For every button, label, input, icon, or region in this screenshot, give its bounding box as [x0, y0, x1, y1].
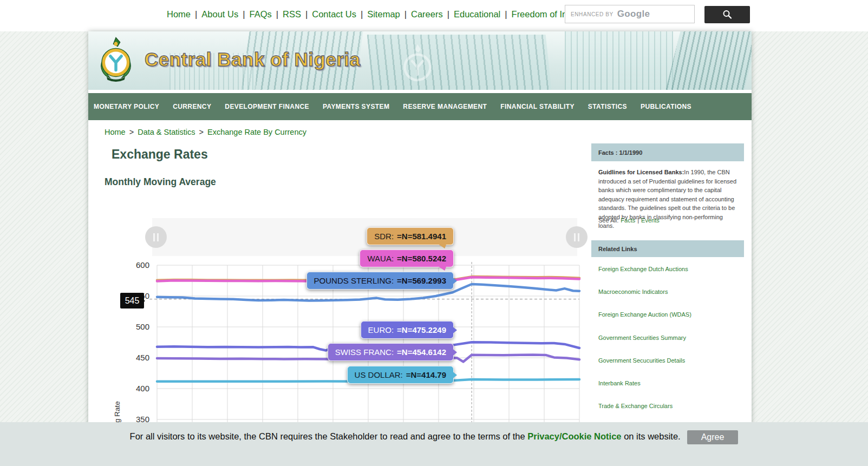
- tooltip-sdr-label: SDR:: [374, 232, 394, 241]
- search-placeholder-enhanced: ENHANCED BY: [571, 11, 614, 17]
- top-nav-separator: |: [195, 9, 197, 19]
- related-link[interactable]: Government Secucurities Details: [598, 357, 685, 364]
- top-nav-item: Home |: [167, 9, 197, 19]
- top-nav-separator: |: [243, 9, 245, 19]
- tooltip-sdr: SDR: =N=581.4941: [367, 227, 454, 245]
- facts-header: Facts : 1/1/1990: [591, 143, 744, 161]
- tooltip-swiss-value: =N=454.6142: [397, 347, 446, 357]
- see-all-link-item: Events |: [641, 217, 660, 224]
- see-all-link[interactable]: Facts: [621, 217, 635, 224]
- navigator-left-handle[interactable]: [145, 226, 167, 248]
- top-nav-link[interactable]: RSS: [283, 9, 301, 19]
- main-nav-item[interactable]: MONETARY POLICY: [94, 103, 159, 110]
- top-nav-separator: |: [276, 9, 278, 19]
- main-nav-item[interactable]: STATISTICS: [588, 103, 627, 110]
- main-nav-item[interactable]: CURRENCY: [173, 103, 211, 110]
- tooltip-usdollar-value: =N=414.79: [406, 370, 446, 379]
- related-link-item: Foreign Exchange Dutch Auctions: [598, 264, 691, 273]
- top-nav: Home | About Us | FAQs | RSS |: [167, 9, 604, 19]
- top-nav-item: RSS |: [283, 9, 308, 19]
- top-nav-separator: |: [447, 9, 449, 19]
- top-nav-link[interactable]: Home: [167, 9, 191, 19]
- breadcrumb-separator: >: [199, 128, 204, 136]
- tooltip-waua-label: WAUA:: [367, 254, 394, 263]
- banner-building-block: [565, 31, 673, 90]
- related-link[interactable]: Interbank Rates: [598, 380, 641, 386]
- tooltip-euro-label: EURO:: [368, 325, 394, 334]
- related-link-item: Government Secucurities Details: [598, 355, 691, 365]
- cbn-watermark-logo: [397, 41, 438, 88]
- tooltip-sdr-value: =N=581.4941: [397, 232, 446, 241]
- y-axis-crosshair-label: 545: [120, 293, 144, 309]
- top-nav-item: About Us |: [201, 9, 245, 19]
- related-links-header: Related Links: [591, 240, 744, 257]
- main-nav-item[interactable]: FINANCIAL STABILITY: [500, 103, 574, 110]
- cookie-text-after: on its website.: [622, 431, 681, 441]
- top-nav-link[interactable]: Careers: [411, 9, 443, 19]
- breadcrumb-item: Data & Statistics >: [138, 128, 204, 136]
- tooltip-pounds-sterling: POUNDS STERLING: =N=569.2993: [306, 272, 454, 290]
- top-utility-bar: Home | About Us | FAQs | RSS |: [0, 0, 868, 31]
- main-nav-item[interactable]: DEVELOPMENT FINANCE: [225, 103, 309, 110]
- breadcrumb: Home > Data & Statistics > Exchange Rate…: [105, 128, 306, 136]
- cookie-consent-bar: For all visitors to its website, the CBN…: [0, 422, 868, 466]
- top-nav-separator: |: [505, 9, 507, 19]
- banner-building-block: [367, 35, 552, 90]
- search-button[interactable]: [704, 6, 750, 23]
- main-nav-item[interactable]: PUBLICATIONS: [641, 103, 691, 110]
- related-link[interactable]: Foreign Exchange Dutch Auctions: [598, 266, 688, 272]
- top-nav-item: Educational |: [454, 9, 507, 19]
- related-link-item: Trade & Exchange Circulars: [598, 401, 691, 410]
- top-nav-link[interactable]: About Us: [201, 9, 238, 19]
- google-logo: Google: [617, 9, 650, 19]
- related-link[interactable]: Trade & Exchange Circulars: [598, 403, 673, 409]
- see-all-link-item: Facts |: [621, 217, 639, 224]
- banner-building-block: [666, 31, 752, 90]
- search-input[interactable]: ENHANCED BY Google: [565, 5, 695, 23]
- main-nav-item[interactable]: PAYMENTS SYSTEM: [323, 103, 389, 110]
- svg-text:g Rate: g Rate: [113, 401, 121, 423]
- see-all-row: See All: Facts | Events |: [598, 217, 660, 224]
- breadcrumb-link[interactable]: Exchange Rate By Currency: [207, 128, 306, 136]
- main-nav-item[interactable]: RESERVE MANAGEMENT: [403, 103, 487, 110]
- related-links-list: Foreign Exchange Dutch Auctions Macroeco…: [598, 264, 691, 447]
- breadcrumb-item: Home >: [105, 128, 134, 136]
- main-nav-bar: MONETARY POLICY CURRENCY DEVELOPMENT FIN…: [88, 93, 752, 120]
- navigator-right-handle[interactable]: [566, 226, 588, 248]
- tooltip-swiss-franc: SWISS FRANC: =N=454.6142: [328, 343, 454, 361]
- search-icon: [722, 9, 733, 20]
- top-nav-link[interactable]: Educational: [454, 9, 500, 19]
- top-nav-separator: |: [361, 9, 363, 19]
- related-link[interactable]: Macroeconomic Indicators: [598, 288, 668, 295]
- privacy-cookie-notice-link[interactable]: Privacy/Cookie Notice: [527, 431, 621, 441]
- tooltip-us-dollar: US DOLLAR: =N=414.79: [347, 366, 454, 384]
- top-nav-item: Contact Us |: [312, 9, 363, 19]
- see-all-label: See All:: [598, 217, 618, 224]
- agree-button[interactable]: Agree: [687, 430, 739, 444]
- brand-row: Central Bank of Nigeria: [95, 35, 361, 84]
- tooltip-euro: EURO: =N=475.2249: [361, 321, 454, 339]
- svg-text:400: 400: [136, 384, 149, 393]
- top-nav-separator: |: [404, 9, 407, 19]
- see-all-links: Facts | Events |: [621, 217, 659, 224]
- breadcrumb-link[interactable]: Home: [105, 128, 126, 136]
- tooltip-waua: WAUA: =N=580.5242: [360, 250, 454, 267]
- tooltip-euro-value: =N=475.2249: [397, 325, 446, 334]
- brand-title: Central Bank of Nigeria: [145, 49, 361, 70]
- svg-text:450: 450: [136, 353, 149, 362]
- page: Home | About Us | FAQs | RSS |: [0, 0, 868, 466]
- top-nav-link[interactable]: Contact Us: [312, 9, 356, 19]
- svg-text:600: 600: [136, 260, 149, 270]
- tooltip-pounds-value: =N=569.2993: [397, 276, 446, 285]
- svg-text:500: 500: [136, 322, 149, 331]
- top-nav-item: FAQs |: [249, 9, 278, 19]
- breadcrumb-link[interactable]: Data & Statistics: [138, 128, 195, 136]
- top-nav-link[interactable]: Sitemap: [367, 9, 400, 19]
- top-nav-link[interactable]: FAQs: [249, 9, 271, 19]
- facts-text-bold: Guidlines for Licensed Banks:: [598, 169, 684, 175]
- related-link[interactable]: Government Securities Summary: [598, 334, 686, 341]
- see-all-link[interactable]: Events: [641, 217, 660, 224]
- tooltip-pounds-label: POUNDS STERLING:: [314, 276, 394, 285]
- related-link[interactable]: Foreign Exchange Auction (WDAS): [598, 311, 691, 318]
- chart-subtitle: Monthly Moving Average: [105, 176, 216, 188]
